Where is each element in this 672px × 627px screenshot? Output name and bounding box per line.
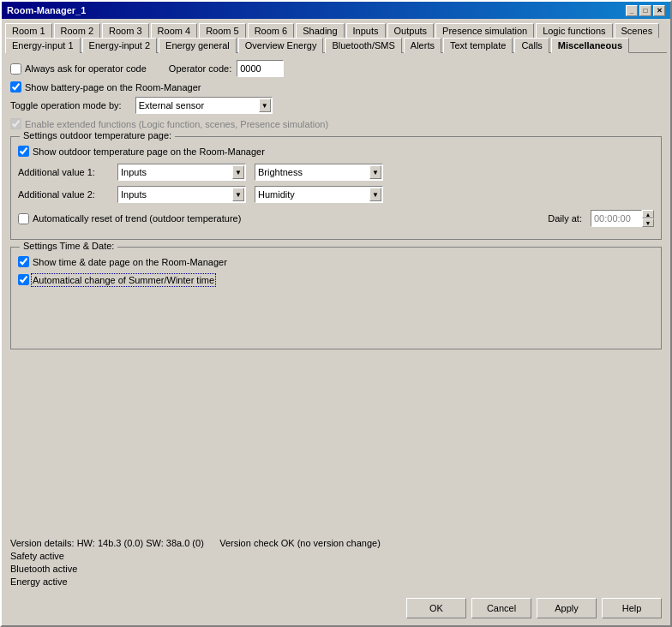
tab-room1[interactable]: Room 1	[5, 23, 52, 38]
window-title: Room-Manager_1	[7, 5, 86, 15]
tab-outputs[interactable]: Outputs	[387, 23, 435, 38]
show-battery-row: Show battery-page on the Room-Manager	[10, 81, 662, 93]
show-time-row: Show time & date page on the Room-Manage…	[18, 256, 654, 267]
tab-energy-general[interactable]: Energy general	[159, 38, 237, 53]
tab-room5[interactable]: Room 5	[199, 23, 246, 38]
show-outdoor-row: Show outdoor temperature page on the Roo…	[18, 146, 654, 157]
operator-code-input[interactable]	[237, 60, 284, 77]
tab-row-2: Energy-input 1 Energy-input 2 Energy gen…	[2, 37, 670, 52]
add-val1-data-select[interactable]: Brightness Humidity Temperature	[255, 164, 383, 181]
tab-inputs[interactable]: Inputs	[346, 23, 386, 38]
tab-text-template[interactable]: Text template	[443, 38, 513, 53]
tab-miscellaneous[interactable]: Miscellaneous	[551, 38, 629, 53]
close-button[interactable]: ✕	[653, 5, 665, 16]
title-bar: Room-Manager_1 _ □ ✕	[2, 2, 670, 19]
add-val1-type-select[interactable]: Inputs Outputs	[117, 164, 246, 181]
auto-reset-checkbox[interactable]	[18, 213, 29, 224]
always-ask-checkbox[interactable]	[10, 63, 21, 75]
auto-reset-label: Automatically reset of trend (outdoor te…	[18, 213, 543, 224]
tab-room6[interactable]: Room 6	[248, 23, 295, 38]
tab-row-1: Room 1 Room 2 Room 3 Room 4 Room 5 Room …	[2, 19, 670, 37]
outdoor-group-label: Settings outdoor temperature page:	[20, 130, 175, 140]
spin-buttons: ▲ ▼	[642, 210, 654, 227]
minimize-button[interactable]: _	[626, 5, 638, 16]
enable-extended-checkbox[interactable]	[10, 118, 21, 129]
title-bar-buttons: _ □ ✕	[626, 5, 665, 16]
time-group-label: Settings Time & Date:	[20, 241, 117, 251]
safety-line: Safety active	[10, 551, 662, 561]
add-val1-row: Additional value 1: Inputs Outputs ▼ Bri…	[18, 164, 654, 181]
add-val2-data-select[interactable]: Brightness Humidity Temperature	[255, 186, 383, 203]
spin-up-button[interactable]: ▲	[642, 210, 654, 218]
bluetooth-line: Bluetooth active	[10, 564, 662, 574]
toggle-select[interactable]: External sensor Manual Auto	[135, 97, 273, 114]
daily-at-input[interactable]	[591, 210, 642, 227]
always-ask-label: Always ask for operator code	[10, 63, 147, 75]
operator-row: Always ask for operator code Operator co…	[10, 60, 662, 77]
main-window: Room-Manager_1 _ □ ✕ Room 1 Room 2 Room …	[0, 0, 672, 627]
enable-extended-row: Enable extended functions (Logic functio…	[10, 118, 662, 129]
cancel-button[interactable]: Cancel	[471, 598, 531, 618]
tab-calls[interactable]: Calls	[514, 38, 549, 53]
auto-reset-row: Automatically reset of trend (outdoor te…	[18, 210, 654, 227]
tab-overview-energy[interactable]: Overview Energy	[238, 38, 324, 53]
tab-scenes[interactable]: Scenes	[615, 23, 660, 38]
tab-energy-input1[interactable]: Energy-input 1	[5, 38, 81, 53]
spin-down-button[interactable]: ▼	[642, 218, 654, 227]
button-bar: OK Cancel Apply Help	[2, 593, 670, 625]
version-line: Version details: HW: 14b.3 (0.0) SW: 38a…	[10, 538, 662, 548]
content-area: Always ask for operator code Operator co…	[2, 53, 670, 531]
status-bar: Version details: HW: 14b.3 (0.0) SW: 38a…	[2, 531, 670, 593]
ok-button[interactable]: OK	[406, 598, 466, 618]
tab-shading[interactable]: Shading	[296, 23, 344, 38]
apply-button[interactable]: Apply	[537, 598, 597, 618]
tab-room3[interactable]: Room 3	[102, 23, 149, 38]
daily-at-spinbox: ▲ ▼	[591, 210, 654, 227]
auto-change-checkbox[interactable]	[18, 274, 29, 285]
auto-change-row: Automatical change of Summer/Winter time	[18, 274, 654, 285]
add-val2-type-select[interactable]: Inputs Outputs	[117, 186, 246, 203]
help-button[interactable]: Help	[602, 598, 662, 618]
maximize-button[interactable]: □	[639, 5, 651, 16]
show-battery-checkbox[interactable]	[10, 81, 21, 93]
toggle-row: Toggle operation mode by: External senso…	[10, 97, 662, 114]
tab-alerts[interactable]: Alerts	[404, 38, 441, 53]
tab-room4[interactable]: Room 4	[151, 23, 198, 38]
tab-energy-input2[interactable]: Energy-input 2	[82, 38, 158, 53]
show-time-checkbox[interactable]	[18, 256, 29, 267]
show-outdoor-checkbox[interactable]	[18, 146, 29, 157]
tab-logic[interactable]: Logic functions	[536, 23, 612, 38]
outdoor-group: Settings outdoor temperature page: Show …	[10, 136, 662, 240]
time-group: Settings Time & Date: Show time & date p…	[10, 247, 662, 349]
tab-room2[interactable]: Room 2	[54, 23, 101, 38]
tab-bluetooth[interactable]: Bluetooth/SMS	[325, 38, 401, 53]
energy-line: Energy active	[10, 576, 662, 587]
add-val2-row: Additional value 2: Inputs Outputs ▼ Bri…	[18, 186, 654, 203]
tab-presence[interactable]: Presence simulation	[435, 23, 534, 38]
